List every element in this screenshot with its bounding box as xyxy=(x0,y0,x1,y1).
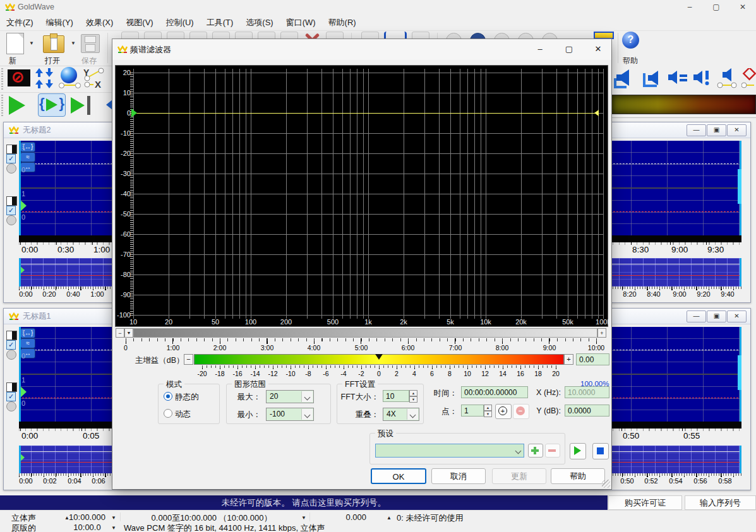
filter-graph[interactable]: 20100-10-20-30-40-50-60-70-80-90-1001020… xyxy=(115,65,608,327)
open-file-button[interactable] xyxy=(43,35,64,53)
menu-item[interactable]: 编辑(Y) xyxy=(40,14,80,28)
selection-start-marker[interactable] xyxy=(19,327,21,422)
channel0-view-toggle[interactable] xyxy=(6,382,17,392)
menu-item[interactable]: 选项(S) xyxy=(239,14,279,28)
selection-start-marker[interactable] xyxy=(19,141,21,235)
preset-combobox[interactable] xyxy=(375,444,524,458)
y-db-field[interactable]: 0.0000 xyxy=(565,405,609,417)
cancel-button[interactable]: 取消 xyxy=(431,468,486,484)
status-length[interactable]: 10:00.000 xyxy=(61,512,114,522)
app-close-button[interactable]: ✕ xyxy=(730,0,755,14)
play-warn-speaker-icon[interactable] xyxy=(692,69,711,87)
gain-plus-button[interactable]: + xyxy=(564,354,573,365)
channel0-view-toggle[interactable] xyxy=(6,196,17,206)
help-icon[interactable]: ? xyxy=(622,32,639,49)
app-maximize-button[interactable]: ▢ xyxy=(704,0,729,14)
preview-play-button[interactable] xyxy=(570,443,586,459)
device-link-speaker-icon[interactable] xyxy=(716,68,738,88)
gain-slider-thumb[interactable] xyxy=(375,354,383,360)
app-minimize-button[interactable]: – xyxy=(677,0,702,14)
channel0-radio[interactable] xyxy=(6,215,16,225)
preview-stop-button[interactable] xyxy=(592,443,609,459)
save-button-disabled[interactable] xyxy=(81,34,100,53)
channel1-radio[interactable] xyxy=(6,163,16,174)
remove-point-button[interactable]: − xyxy=(513,404,529,419)
wave-badge-icon[interactable]: ≈ xyxy=(20,338,35,348)
menu-item[interactable]: 窗口(W) xyxy=(280,14,322,28)
menu-item[interactable]: 文件(Z) xyxy=(0,14,40,28)
menu-item[interactable]: 工具(T) xyxy=(200,14,240,28)
buy-license-button[interactable]: 购买许可证 xyxy=(608,495,682,510)
menu-item[interactable]: 帮助(R) xyxy=(322,14,363,28)
help-button[interactable]: 帮助 xyxy=(551,468,605,484)
channel0-checkbox[interactable]: ✓ xyxy=(6,206,16,215)
scroll-menu-button[interactable]: ▼ xyxy=(124,328,133,338)
menu-item[interactable]: 效果(X) xyxy=(80,14,119,28)
rewind-button[interactable] xyxy=(106,100,112,110)
add-point-button[interactable]: + xyxy=(495,404,512,419)
expression-evaluator-icon[interactable]: Y X xyxy=(83,67,106,88)
enter-serial-button[interactable]: 输入序列号 xyxy=(685,495,756,510)
wave-badge-icon[interactable]: ≈ xyxy=(20,152,35,162)
ok-button[interactable]: OK xyxy=(371,468,426,484)
play-to-end-button[interactable] xyxy=(71,97,85,114)
chevron-down-icon[interactable]: ▼ xyxy=(111,525,116,531)
gain-minus-button[interactable]: − xyxy=(184,354,193,365)
menu-item[interactable]: 控制(U) xyxy=(160,14,200,28)
chevron-down-icon[interactable]: ▼ xyxy=(111,515,116,521)
dialog-titlebar[interactable]: 频谱滤波器 – ▢ ✕ xyxy=(112,39,611,60)
mode-dynamic-radio[interactable] xyxy=(164,409,172,418)
fft-overlap-dropdown[interactable]: 4X xyxy=(383,408,419,421)
dialog-close-button[interactable]: ✕ xyxy=(585,40,611,59)
chevron-up-icon[interactable]: ▲ xyxy=(387,515,392,521)
channel1-view-toggle[interactable] xyxy=(6,145,17,154)
play-same-speaker-icon[interactable] xyxy=(667,69,688,87)
window-minimize-button[interactable]: — xyxy=(687,310,706,322)
edit-points-diamond-icon[interactable] xyxy=(741,68,756,88)
scroll-zoom-in-button[interactable]: + xyxy=(597,328,606,338)
dialog-resize-grip[interactable] xyxy=(602,480,610,488)
point-spinner[interactable]: ▲▼ xyxy=(484,405,492,418)
point-field[interactable]: 1 xyxy=(461,405,484,417)
channel1-view-toggle[interactable] xyxy=(6,331,17,340)
filter-response-line[interactable] xyxy=(134,113,596,114)
toolbar-grip[interactable] xyxy=(1,68,3,90)
license-banner[interactable]: 未经许可的版本。 请点击这里购买序列号。 xyxy=(0,495,608,510)
play-selection-button[interactable]: { } xyxy=(38,93,66,117)
open-dropdown-caret[interactable]: ▼ xyxy=(71,40,76,46)
preset-delete-button[interactable] xyxy=(545,444,560,458)
device-orb-icon[interactable] xyxy=(61,67,77,83)
channel1-radio[interactable] xyxy=(6,350,16,360)
window-minimize-button[interactable]: — xyxy=(687,124,706,136)
new-dropdown-caret[interactable]: ▼ xyxy=(29,40,34,46)
window-restore-button[interactable]: ▣ xyxy=(707,310,726,322)
gain-node-icon[interactable] xyxy=(131,109,137,117)
chevron-down-icon[interactable]: ▼ xyxy=(301,515,306,521)
window-close-button[interactable]: ✕ xyxy=(727,124,747,136)
range-max-dropdown[interactable]: 20 xyxy=(266,390,314,403)
dialog-time-ruler[interactable]: 01:002:003:004:005:006:007:008:009:0010:… xyxy=(115,338,608,352)
play-selection-speaker-icon[interactable] xyxy=(642,68,662,88)
window-restore-button[interactable]: ▣ xyxy=(707,124,726,136)
channel1-checkbox[interactable]: ✓ xyxy=(6,154,16,163)
update-button[interactable]: 更新 xyxy=(492,468,546,484)
channel0-radio[interactable] xyxy=(6,401,16,411)
swap-channels-icon[interactable] xyxy=(35,68,54,88)
scroll-track[interactable] xyxy=(133,328,597,338)
status-length2[interactable]: 10:00.0 xyxy=(61,523,114,532)
dialog-minimize-button[interactable]: – xyxy=(527,40,553,59)
scroll-zoom-out-button[interactable]: − xyxy=(116,328,124,338)
status-quality[interactable]: 原版的 xyxy=(11,523,36,532)
channel0-checkbox[interactable]: ✓ xyxy=(6,392,16,401)
time-field[interactable]: 00:00:00.00000 xyxy=(461,386,528,398)
play-button[interactable] xyxy=(9,96,25,115)
fft-size-field[interactable]: 10 xyxy=(383,390,409,402)
range-min-dropdown[interactable]: -100 xyxy=(266,408,314,421)
menu-item[interactable]: 视图(V) xyxy=(119,14,159,28)
play-all-speaker-icon[interactable] xyxy=(613,68,635,88)
dialog-maximize-button[interactable]: ▢ xyxy=(556,40,582,59)
new-file-button[interactable] xyxy=(6,33,24,54)
window-close-button[interactable]: ✕ xyxy=(727,310,747,322)
mode-static-radio[interactable] xyxy=(164,392,172,401)
channel1-checkbox[interactable]: ✓ xyxy=(6,340,16,350)
